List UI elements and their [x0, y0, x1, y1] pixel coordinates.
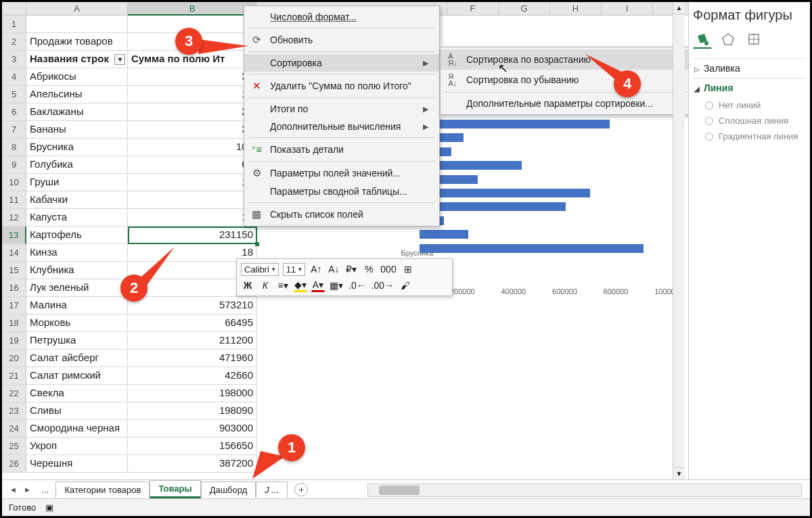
- cell[interactable]: 156650: [128, 438, 257, 455]
- sheet-tab-more[interactable]: J ...: [256, 481, 288, 498]
- ctx-sort[interactable]: Сортировка ▶: [244, 54, 439, 72]
- col-header-a[interactable]: A: [26, 2, 128, 16]
- cell[interactable]: Смородина черная: [26, 420, 128, 438]
- accounting-format-icon[interactable]: ₽▾: [344, 262, 358, 276]
- cell[interactable]: Баклажаны: [26, 103, 128, 121]
- font-color-icon[interactable]: A▾: [311, 279, 325, 292]
- chart-bar[interactable]: [420, 230, 468, 239]
- tab-overflow-dots[interactable]: ...: [41, 484, 49, 495]
- cell[interactable]: Названия строк ▾: [26, 51, 128, 68]
- chart-bar[interactable]: [420, 244, 644, 253]
- row-header[interactable]: 5: [2, 86, 26, 103]
- italic-button[interactable]: К: [258, 279, 272, 292]
- row-header[interactable]: 1: [2, 16, 26, 33]
- cell[interactable]: 35: [128, 68, 257, 86]
- cell[interactable]: Груши: [26, 174, 128, 191]
- col-header-i[interactable]: I: [602, 2, 653, 16]
- cell[interactable]: Продажи товаров: [26, 33, 128, 51]
- cell[interactable]: 42660: [128, 367, 257, 385]
- ctx-totals[interactable]: Итоги по ▶: [244, 100, 439, 118]
- filter-dropdown-icon[interactable]: ▾: [114, 54, 125, 65]
- ctx-number-format[interactable]: Числовой формат...: [244, 8, 439, 26]
- chart-bar[interactable]: [420, 202, 566, 211]
- fill-handle[interactable]: [255, 242, 259, 246]
- cell[interactable]: 10: [128, 174, 257, 191]
- cell[interactable]: 387200: [128, 455, 257, 473]
- col-header-b[interactable]: B: [128, 2, 257, 16]
- scrollbar-thumb[interactable]: [379, 486, 420, 495]
- col-header-g[interactable]: G: [499, 2, 550, 16]
- decrease-font-icon[interactable]: A↓: [327, 262, 340, 276]
- cell[interactable]: 20: [128, 103, 257, 121]
- ctx-additional-calc[interactable]: Дополнительные вычисления ▶: [244, 118, 439, 135]
- row-header[interactable]: 19: [2, 332, 26, 350]
- cell[interactable]: 198090: [128, 402, 257, 420]
- cell[interactable]: Капуста: [26, 209, 128, 227]
- cell[interactable]: Сливы: [26, 402, 128, 420]
- row-header[interactable]: 15: [2, 262, 26, 279]
- cell[interactable]: Брусника: [26, 139, 128, 156]
- ctx-pivot-options[interactable]: Параметры сводной таблицы...: [244, 183, 439, 200]
- effects-tab-icon[interactable]: [719, 30, 738, 49]
- horizontal-scrollbar[interactable]: [367, 484, 802, 497]
- cell[interactable]: Свекла: [26, 385, 128, 402]
- macro-record-icon[interactable]: ▣: [45, 502, 53, 513]
- sort-desc[interactable]: ЯА↓ Сортировка по убыванию: [441, 70, 696, 90]
- row-header[interactable]: 2: [2, 33, 26, 51]
- comma-style-icon[interactable]: 000: [380, 262, 397, 276]
- cell[interactable]: 100: [128, 139, 257, 156]
- percent-icon[interactable]: %: [362, 262, 376, 276]
- ctx-value-field-settings[interactable]: ⚙ Параметры полей значений...: [244, 164, 439, 183]
- ctx-show-details[interactable]: ⁺≡ Показать детали: [244, 140, 439, 159]
- bold-button[interactable]: Ж: [241, 279, 254, 292]
- cell[interactable]: 198000: [128, 385, 257, 402]
- cell[interactable]: Лук зеленый: [26, 279, 128, 297]
- cell[interactable]: Черешня: [26, 455, 128, 473]
- row-header[interactable]: 11: [2, 191, 26, 209]
- tab-nav-prev-icon[interactable]: ◄: [7, 486, 19, 494]
- cell[interactable]: Клубника: [26, 262, 128, 279]
- cell[interactable]: Апельсины: [26, 86, 128, 103]
- cell[interactable]: 573210: [128, 297, 257, 314]
- cell[interactable]: 66495: [128, 314, 257, 332]
- row-header[interactable]: 9: [2, 156, 26, 174]
- decrease-decimal-icon[interactable]: .00→: [371, 279, 394, 292]
- row-header[interactable]: 25: [2, 438, 26, 455]
- sort-asc[interactable]: АЯ↓ Сортировка по возрастанию: [441, 49, 696, 70]
- cell[interactable]: Кабачки: [26, 191, 128, 209]
- ctx-hide-field-list[interactable]: ▦ Скрыть список полей: [244, 205, 439, 224]
- scroll-up-icon[interactable]: ▲: [673, 2, 685, 14]
- row-header[interactable]: 10: [2, 174, 26, 191]
- cell[interactable]: 10: [128, 209, 257, 227]
- increase-font-icon[interactable]: A↑: [309, 262, 323, 276]
- no-line-radio[interactable]: Нет линий: [693, 97, 806, 113]
- cell[interactable]: 471960: [128, 350, 257, 367]
- size-tab-icon[interactable]: [744, 30, 763, 49]
- sheet-tab-dashboard[interactable]: Дашборд: [201, 481, 256, 498]
- cell[interactable]: Картофель: [26, 227, 128, 244]
- cell[interactable]: Укроп: [26, 438, 128, 455]
- sheet-tab-products[interactable]: Товары: [150, 480, 200, 498]
- format-painter-icon[interactable]: 🖌: [399, 279, 412, 292]
- cell[interactable]: 7: [128, 191, 257, 209]
- cell[interactable]: Малина: [26, 297, 128, 314]
- cell[interactable]: Салат айсберг: [26, 350, 128, 367]
- cell[interactable]: 231150: [128, 227, 257, 244]
- gradient-line-radio[interactable]: Градиентная линия: [693, 128, 806, 144]
- chart-bar[interactable]: [420, 120, 610, 128]
- row-header[interactable]: 26: [2, 455, 26, 473]
- row-header[interactable]: 6: [2, 103, 26, 121]
- row-header[interactable]: 3: [2, 51, 26, 68]
- fill-section-header[interactable]: ▷ Заливка: [693, 58, 806, 78]
- cell[interactable]: Салат римский: [26, 367, 128, 385]
- align-icon[interactable]: ≡▾: [276, 279, 290, 292]
- ctx-refresh[interactable]: ⟳ Обновить: [244, 30, 439, 49]
- row-header[interactable]: 8: [2, 139, 26, 156]
- cell[interactable]: 903000: [128, 420, 257, 438]
- font-size-dropdown[interactable]: 11▾: [283, 263, 305, 276]
- cell[interactable]: Голубика: [26, 156, 128, 174]
- sort-more-options[interactable]: Дополнительные параметры сортировки...: [441, 95, 696, 112]
- row-header[interactable]: 17: [2, 297, 26, 314]
- cell[interactable]: 36: [128, 121, 257, 139]
- cell[interactable]: Бананы: [26, 121, 128, 139]
